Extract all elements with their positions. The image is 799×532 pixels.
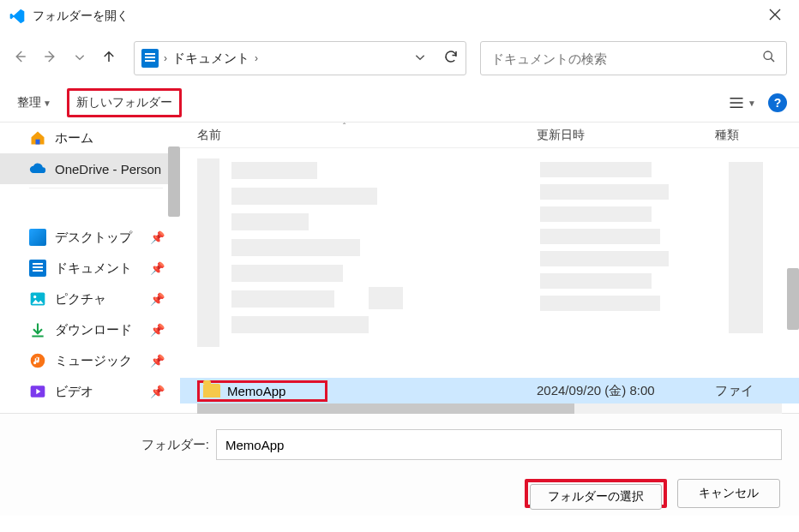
sidebar-item-onedrive[interactable]: OneDrive - Person [0,153,180,184]
toolbar: 整理▼ 新しいフォルダー ▼ ? [0,84,799,122]
view-menu[interactable]: ▼ [729,97,756,109]
videos-icon [29,383,46,400]
select-folder-button[interactable]: フォルダーの選択 [525,479,667,508]
chevron-down-icon[interactable] [414,51,426,66]
file-row-memoapp[interactable]: MemoApp 2024/09/20 (金) 8:00 ファイ [180,378,799,403]
downloads-icon [29,321,46,338]
pin-icon: 📌 [150,385,165,398]
titlebar: フォルダーを開く [0,0,799,33]
footer: フォルダー: フォルダーの選択 キャンセル [0,413,799,516]
folder-name-input[interactable] [216,429,782,460]
sidebar-item-label: ダウンロード [55,322,132,338]
pin-icon: 📌 [150,261,165,275]
pin-icon: 📌 [150,323,165,337]
pin-icon: 📌 [150,230,165,244]
file-name: MemoApp [227,384,285,398]
column-type[interactable]: 種類 [715,128,739,143]
sidebar-item-label: ドキュメント [55,260,132,277]
search-icon[interactable] [762,50,776,67]
file-type: ファイ [715,383,754,399]
obscured-rows [197,158,763,356]
nav-arrows [12,49,117,69]
pin-icon: 📌 [150,354,165,368]
sidebar-item-music[interactable]: ミュージック 📌 [0,345,180,376]
breadcrumb-sep-icon: › [164,52,167,64]
dialog-title: フォルダーを開く [33,9,129,24]
nav-row: › ドキュメント › [0,33,799,84]
file-date: 2024/09/20 (金) 8:00 [537,383,715,399]
cloud-icon [29,160,46,177]
sort-indicator-icon: ˆ [343,123,345,132]
help-icon[interactable]: ? [768,93,787,112]
sidebar-item-label: ホーム [55,130,93,146]
sidebar-item-desktop[interactable]: デスクトップ 📌 [0,222,180,253]
pictures-icon [29,290,46,308]
svg-point-2 [33,296,36,298]
sidebar-item-documents[interactable]: ドキュメント 📌 [0,253,180,284]
highlighted-selection: MemoApp [197,380,327,402]
folder-label: フォルダー: [0,437,216,453]
sidebar-item-pictures[interactable]: ピクチャ 📌 [0,284,180,314]
close-icon[interactable] [760,3,790,31]
sidebar-item-label: OneDrive - Person [55,162,161,176]
up-icon[interactable] [101,49,117,69]
sidebar: ホーム OneDrive - Person デスクトップ 📌 ドキュメント 📌 … [0,123,180,413]
file-list: 名前ˆ 更新日時 種類 MemoApp 2024/09/20 [180,123,799,413]
address-bar[interactable]: › ドキュメント › [134,41,466,75]
sidebar-item-label: ビデオ [55,384,93,400]
breadcrumb[interactable]: ドキュメント [172,51,249,67]
vscode-icon [9,8,26,25]
sidebar-item-label: デスクトップ [55,230,132,246]
sidebar-scrollbar[interactable] [168,146,180,217]
search-input[interactable] [491,51,762,66]
sidebar-item-downloads[interactable]: ダウンロード 📌 [0,314,180,345]
sidebar-item-home[interactable]: ホーム [0,123,180,153]
recent-dropdown-icon[interactable] [74,50,86,68]
pin-icon: 📌 [150,292,165,306]
desktop-icon [29,229,46,246]
back-icon[interactable] [12,49,27,69]
organize-label: 整理 [17,95,41,109]
column-headers: 名前ˆ 更新日時 種類 [180,123,799,148]
svg-point-0 [764,51,772,59]
search-bar[interactable] [480,41,787,75]
organize-menu[interactable]: 整理▼ [12,92,57,114]
home-icon [29,129,46,146]
music-icon [29,352,46,369]
new-folder-button[interactable]: 新しいフォルダー [67,88,182,117]
file-list-body: MemoApp 2024/09/20 (金) 8:00 ファイ [180,148,799,414]
documents-icon [141,49,159,68]
sidebar-item-label: ピクチャ [55,291,106,308]
forward-icon[interactable] [43,49,58,69]
sidebar-item-label: ミュージック [55,353,132,369]
breadcrumb-sep-icon: › [255,52,258,64]
column-name[interactable]: 名前ˆ [197,128,537,143]
refresh-icon[interactable] [443,49,459,69]
folder-icon [203,384,220,398]
column-date[interactable]: 更新日時 [537,128,715,143]
main-split: ホーム OneDrive - Person デスクトップ 📌 ドキュメント 📌 … [0,122,799,413]
documents-icon [29,260,46,277]
horizontal-scrollbar[interactable] [197,403,782,414]
cancel-button[interactable]: キャンセル [677,479,780,508]
sidebar-item-videos[interactable]: ビデオ 📌 [0,376,180,407]
